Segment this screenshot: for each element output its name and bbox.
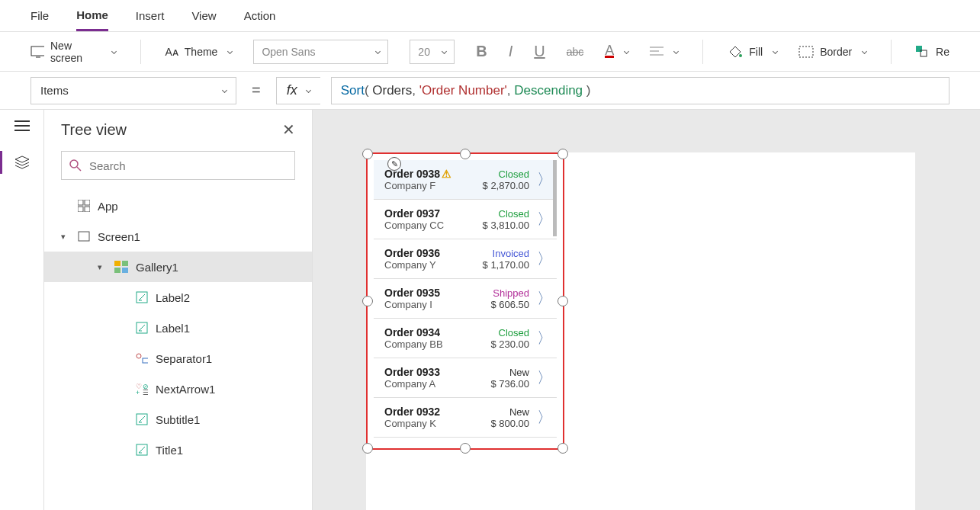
design-surface[interactable]: ✎ Order 0938⚠Company FClosed$ 2,870.00〉O… — [366, 152, 915, 510]
tree-view-rail-icon[interactable] — [0, 151, 43, 174]
tree-node-nextarrow1[interactable]: ♡⊘+☰NextArrow1 — [44, 374, 312, 404]
font-family-select[interactable]: Open Sans — [253, 40, 388, 64]
menu-view[interactable]: View — [191, 2, 216, 30]
tree-node-gallery1[interactable]: ▾ Gallery1 — [44, 252, 312, 282]
resize-handle[interactable] — [362, 443, 373, 454]
order-title: Order 0933 — [384, 366, 471, 378]
resize-handle[interactable] — [557, 443, 568, 454]
svg-text:+: + — [136, 389, 140, 395]
menu-file[interactable]: File — [31, 2, 49, 30]
gallery-row[interactable]: Order 0935Company IShipped$ 606.50〉 — [374, 279, 557, 319]
svg-line-39 — [139, 447, 145, 453]
font-family-value: Open Sans — [262, 46, 315, 58]
scrollbar-thumb[interactable] — [553, 160, 557, 236]
tree-search[interactable] — [61, 151, 295, 180]
border-button[interactable]: Border — [798, 46, 866, 58]
tree-node-label1[interactable]: Label1 — [44, 313, 312, 343]
chevron-right-icon[interactable]: 〉 — [537, 169, 552, 190]
svg-line-13 — [77, 167, 81, 171]
tree-node-label2[interactable]: Label2 — [44, 282, 312, 313]
edit-template-icon[interactable]: ✎ — [387, 157, 401, 171]
row-right: Shipped$ 606.50 — [471, 287, 529, 310]
amount-label: $ 800.00 — [471, 418, 529, 429]
theme-button[interactable]: Aᴀ Theme — [165, 46, 232, 58]
svg-rect-22 — [122, 268, 128, 273]
reorder-button[interactable]: Re — [916, 46, 949, 58]
underline-button[interactable]: U — [534, 43, 545, 60]
chevron-right-icon[interactable]: 〉 — [537, 288, 552, 309]
svg-rect-21 — [114, 268, 120, 273]
expand-icon[interactable]: ▾ — [61, 232, 70, 242]
order-title: Order 0936 — [384, 247, 471, 259]
tree-node-subtitle1[interactable]: Subtitle1 — [44, 404, 312, 435]
chevron-down-icon — [111, 49, 117, 54]
resize-handle[interactable] — [362, 296, 373, 306]
amount-label: $ 736.00 — [471, 378, 529, 390]
separator — [140, 40, 141, 64]
formula-input[interactable]: Sort( Orders, 'Order Number', Descending… — [331, 77, 949, 104]
chevron-right-icon[interactable]: 〉 — [537, 209, 552, 229]
chevron-right-icon[interactable]: 〉 — [537, 407, 552, 428]
equals-sign: = — [247, 82, 265, 99]
company-label: Company CC — [384, 220, 471, 231]
formula-bar: Items = fx Sort( Orders, 'Order Number',… — [0, 72, 980, 110]
property-value: Items — [40, 84, 69, 97]
resize-handle[interactable] — [460, 149, 471, 159]
company-label: Company K — [384, 418, 471, 429]
align-button[interactable] — [650, 47, 678, 57]
menu-insert[interactable]: Insert — [136, 2, 165, 30]
row-left: Order 0934Company BB — [384, 326, 471, 350]
resize-handle[interactable] — [557, 149, 568, 159]
canvas[interactable]: ✎ Order 0938⚠Company FClosed$ 2,870.00〉O… — [313, 110, 980, 510]
theme-label: Theme — [185, 46, 218, 58]
new-screen-label: New screen — [50, 40, 101, 64]
menu-home[interactable]: Home — [76, 1, 108, 31]
search-icon — [69, 159, 82, 172]
tree-node-title1[interactable]: Title1 — [44, 435, 312, 465]
tree-search-input[interactable] — [89, 159, 287, 172]
svg-rect-17 — [85, 207, 90, 212]
gallery-selection[interactable]: ✎ Order 0938⚠Company FClosed$ 2,870.00〉O… — [366, 152, 564, 450]
chevron-down-icon — [442, 49, 447, 54]
fill-button[interactable]: Fill — [728, 45, 777, 59]
hamburger-icon[interactable] — [14, 120, 30, 131]
menu-action[interactable]: Action — [244, 2, 276, 30]
property-select[interactable]: Items — [31, 77, 236, 104]
gallery-row[interactable]: Order 0933Company ANew$ 736.00〉 — [374, 358, 557, 398]
gallery-row[interactable]: Order 0936Company YInvoiced$ 1,170.00〉 — [374, 239, 557, 279]
tree-nodes: App ▾ Screen1 ▾ Gallery1 Label2Label1Sep… — [44, 191, 312, 465]
resize-handle[interactable] — [460, 443, 471, 454]
chevron-right-icon[interactable]: 〉 — [537, 367, 552, 388]
gallery-row[interactable]: Order 0934Company BBClosed$ 230.00〉 — [374, 319, 557, 358]
tree-node-separator1[interactable]: Separator1 — [44, 343, 312, 374]
gallery-row[interactable]: Order 0932Company KNew$ 800.00〉 — [374, 398, 557, 438]
italic-button[interactable]: I — [509, 43, 513, 60]
gallery-row[interactable]: Order 0938⚠Company FClosed$ 2,870.00〉 — [374, 160, 557, 200]
fill-label: Fill — [749, 46, 763, 58]
fx-button[interactable]: fx — [276, 77, 320, 104]
expand-icon[interactable]: ▾ — [98, 262, 107, 272]
new-screen-button[interactable]: New screen — [31, 40, 116, 64]
tree-node-screen1[interactable]: ▾ Screen1 — [44, 221, 312, 252]
resize-handle[interactable] — [362, 149, 373, 159]
chevron-down-icon — [624, 49, 629, 54]
control-icon — [136, 353, 148, 364]
tree-label: App — [98, 200, 118, 213]
tree-label: NextArrow1 — [156, 383, 215, 396]
chevron-right-icon[interactable]: 〉 — [537, 249, 552, 269]
chevron-right-icon[interactable]: 〉 — [537, 328, 552, 348]
svg-rect-7 — [916, 46, 922, 52]
font-size-select[interactable]: 20 — [410, 40, 455, 64]
tree-label: Subtitle1 — [156, 413, 200, 426]
strikethrough-button[interactable]: abc — [567, 46, 584, 58]
font-color-button[interactable]: A — [605, 45, 628, 58]
close-icon[interactable]: ✕ — [282, 120, 295, 139]
svg-line-36 — [139, 416, 145, 422]
row-left: Order 0933Company A — [384, 366, 471, 390]
gallery-row[interactable]: Order 0937Company CCClosed$ 3,810.00〉 — [374, 200, 557, 239]
align-icon — [650, 47, 664, 57]
tree-node-app[interactable]: App — [44, 191, 312, 221]
bold-button[interactable]: B — [476, 43, 487, 60]
chevron-down-icon — [375, 49, 381, 54]
resize-handle[interactable] — [557, 296, 568, 306]
